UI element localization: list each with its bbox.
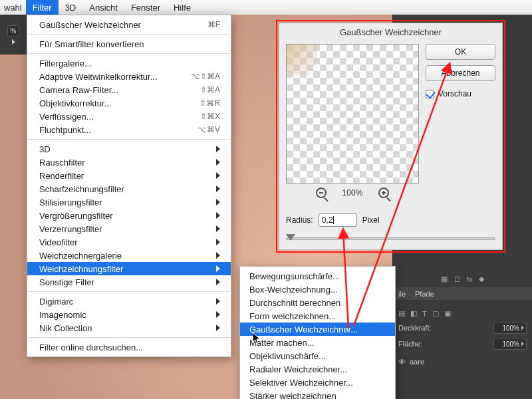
layers-icon[interactable]: ▦ [441, 275, 448, 283]
radius-unit: Pixel [362, 215, 380, 225]
blur-item-gau-scher-weichzeichner-[interactable]: Gaußscher Weichzeichner... [240, 323, 395, 336]
filter-category-vergr-erungsfilter[interactable]: Vergrößerungsfilter [27, 209, 231, 222]
chevron-right-icon [216, 325, 220, 331]
menu-help[interactable]: Hilfe [167, 0, 198, 15]
plugin-imagenomic[interactable]: Imagenomic [27, 308, 231, 321]
filter-icon[interactable]: ▤ [398, 309, 405, 318]
blur-item-matter-machen-[interactable]: Matter machen... [240, 336, 395, 349]
preview-checkbox[interactable]: Vorschau [426, 89, 495, 98]
filter-category-rauschfilter[interactable]: Rauschfilter [27, 156, 231, 169]
camera-raw-filter[interactable]: Camera Raw-Filter...⇧⌘A [27, 83, 231, 96]
chevron-right-icon [216, 159, 220, 166]
blur-item-radialer-weichzeichner-[interactable]: Radialer Weichzeichner... [240, 362, 395, 376]
play-icon [12, 39, 15, 45]
blur-item-form-weichzeichnen-[interactable]: Form weichzeichnen... [240, 309, 395, 323]
radius-slider[interactable] [286, 237, 495, 240]
filter-category-sonstige-filter[interactable]: Sonstige Filter [27, 275, 231, 289]
chevron-right-icon [216, 252, 220, 259]
text-icon[interactable]: T [422, 310, 427, 318]
chevron-right-icon [216, 172, 220, 179]
layers-tabs: ile Pfade [393, 287, 532, 301]
chevron-right-icon [216, 239, 220, 245]
cancel-button[interactable]: Abbrechen [426, 65, 495, 81]
radius-label: Radius: [286, 215, 313, 225]
chevron-right-icon [216, 298, 220, 305]
liquify[interactable]: Verflüssigen...⇧⌘X [27, 110, 231, 123]
filter-category-weichzeichnergalerie[interactable]: Weichzeichnergalerie [27, 249, 231, 262]
zoom-percent: 100% [342, 188, 363, 198]
blur-item-durchschnitt-berechnen[interactable]: Durchschnitt berechnen [240, 296, 395, 309]
blur-item-selektiver-weichzeichner-[interactable]: Selektiver Weichzeichner... [240, 376, 395, 389]
last-filter[interactable]: Gaußscher Weichzeichner⌘F [27, 18, 231, 31]
plugin-digimarc[interactable]: Digimarc [27, 295, 231, 308]
dialog-preview[interactable] [286, 44, 419, 184]
style-icon[interactable]: ◆ [479, 275, 484, 283]
chevron-right-icon [216, 265, 220, 272]
lens-correction[interactable]: Objektivkorrektur...⇧⌘R [27, 96, 231, 110]
chevron-right-icon [216, 311, 220, 318]
fx-icon[interactable]: fx [467, 275, 473, 283]
filter-category-3d[interactable]: 3D [27, 142, 231, 156]
gaussian-blur-dialog: Gaußscher Weichzeichner 100% OK Abbreche… [279, 23, 503, 250]
menubar-left-fragment: wahl [0, 3, 26, 13]
menubar: wahl Filter 3D Ansicht Fenster Hilfe [0, 0, 532, 15]
filter-category-weichzeichnungsfilter[interactable]: Weichzeichnungsfilter [27, 262, 231, 275]
blur-item-st-rker-weichzeichnen[interactable]: Stärker weichzeichnen [240, 389, 395, 399]
menu-3d[interactable]: 3D [59, 0, 83, 15]
filter-category-verzerrungsfilter[interactable]: Verzerrungsfilter [27, 222, 231, 235]
annotation-highlight: Gaußscher Weichzeichner 100% OK Abbreche… [276, 20, 505, 253]
convert-smartfilter[interactable]: Für Smartfilter konvertieren [27, 37, 231, 51]
tab-paths[interactable]: Pfade [415, 290, 434, 298]
filter-category-videofilter[interactable]: Videofilter [27, 235, 231, 249]
zoom-in-icon[interactable] [378, 188, 389, 198]
blur-item-bewegungsunsch-rfe-[interactable]: Bewegungsunschärfe... [240, 269, 395, 283]
checkbox-icon [426, 90, 434, 98]
radius-input[interactable]: 0,2 [319, 213, 357, 227]
blur-submenu: Bewegungsunschärfe...Box-Weichzeichnung.… [239, 266, 396, 399]
tab-layers-fragment[interactable]: ile [398, 290, 406, 298]
browse-filters-online[interactable]: Filter online durchsuchen... [27, 340, 231, 354]
blur-item-objektivunsch-rfe-[interactable]: Objektivunschärfe... [240, 349, 395, 362]
type-icon[interactable]: ◧ [410, 309, 417, 318]
fill-label: Fläche: [398, 340, 422, 348]
dialog-title: Gaußscher Weichzeichner [279, 23, 502, 40]
plugin-nik-collection[interactable]: Nik Collection [27, 321, 231, 334]
chevron-right-icon [216, 212, 220, 219]
filter-menu: Gaußscher Weichzeichner⌘F Für Smartfilte… [27, 15, 231, 357]
ok-button[interactable]: OK [426, 44, 495, 60]
cursor-icon [253, 332, 261, 344]
options-bar-fragment: % [0, 15, 27, 55]
chevron-right-icon [216, 225, 220, 232]
chevron-right-icon [216, 186, 220, 192]
filter-category-stilisierungsfilter[interactable]: Stilisierungsfilter [27, 196, 231, 209]
shape-icon[interactable]: ▢ [432, 309, 439, 318]
filter-category-scharfzeichnungsfilter[interactable]: Scharfzeichnungsfilter [27, 182, 231, 196]
eye-icon[interactable]: 👁 [398, 358, 406, 366]
filter-gallery[interactable]: Filtergalerie... [27, 57, 231, 70]
fill-value[interactable]: 100% [493, 338, 527, 350]
adaptive-wide-angle[interactable]: Adaptive Weitwinkelkorrektur...⌥⇧⌘A [27, 70, 231, 83]
blur-item-box-weichzeichnung-[interactable]: Box-Weichzeichnung... [240, 283, 395, 296]
zoom-field[interactable]: % [7, 25, 20, 37]
vanishing-point[interactable]: Fluchtpunkt...⌥⌘V [27, 123, 231, 136]
opacity-label: Deckkraft: [398, 324, 432, 332]
menu-view[interactable]: Ansicht [82, 0, 124, 15]
smart-icon[interactable]: ▣ [444, 309, 451, 318]
zoom-out-icon[interactable] [316, 188, 327, 198]
menu-filter[interactable]: Filter [26, 0, 59, 15]
filter-category-renderfilter[interactable]: Renderfilter [27, 169, 231, 182]
mask-icon[interactable]: ◻ [454, 275, 460, 283]
chevron-right-icon [216, 279, 220, 285]
chevron-right-icon [216, 146, 220, 152]
opacity-value[interactable]: 100% [493, 322, 527, 334]
menu-window[interactable]: Fenster [124, 0, 167, 15]
layer-name-fragment[interactable]: aare [410, 358, 424, 366]
chevron-right-icon [216, 199, 220, 205]
